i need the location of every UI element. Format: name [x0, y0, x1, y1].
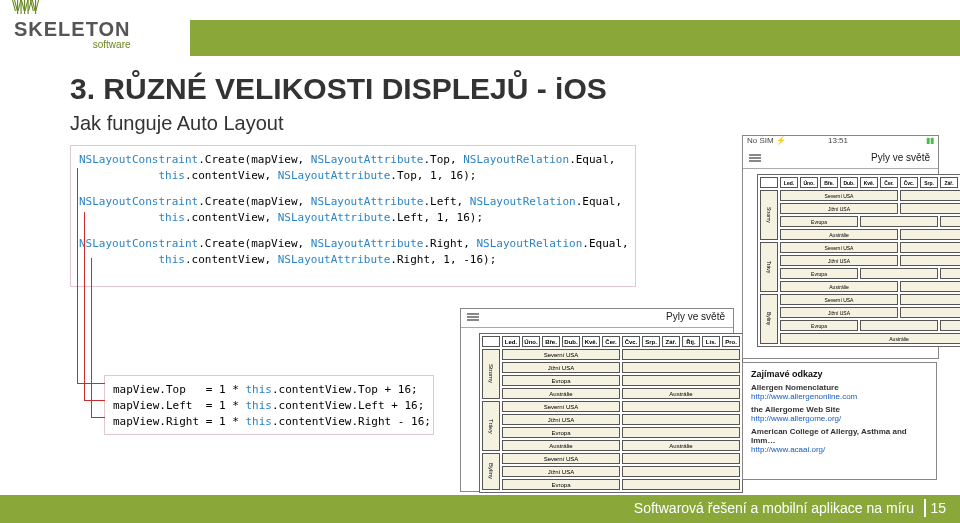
code-block-constraints: NSLayoutConstraint.Create(mapView, NSLay…	[70, 145, 636, 287]
menu-icon[interactable]	[467, 313, 479, 321]
arrow-line	[77, 168, 78, 383]
code-block-equations: mapView.Top = 1 * this.contentView.Top +…	[104, 375, 434, 435]
footer-divider	[924, 499, 926, 517]
link-title: American College of Allergy, Asthma and …	[751, 427, 928, 445]
pollen-table-wide: Led.Úno.Bře.Dub.Kvě.Čer.Čvc.Srp.Zář.Říj.…	[479, 333, 743, 493]
phone-header: Pyly ve světě	[461, 309, 733, 328]
logo: SKELETON software	[14, 18, 131, 50]
slide-title: 3. RŮZNÉ VELIKOSTI DISPLEJŮ - iOS	[70, 72, 607, 106]
phone-title: Pyly ve světě	[871, 152, 930, 163]
arrow-line	[91, 258, 92, 417]
footer: Softwarová řešení a mobilní aplikace na …	[0, 495, 960, 523]
arrow-line	[84, 212, 85, 400]
links-heading: Zajímavé odkazy	[751, 369, 928, 379]
battery-icon: ▮▮	[926, 136, 934, 145]
link-title: Allergen Nomenclature	[751, 383, 928, 392]
phone-header: Pyly ve světě	[743, 150, 938, 169]
footer-page: 15	[930, 500, 946, 516]
link-item[interactable]: Allergen Nomenclature http://www.allerge…	[751, 383, 928, 401]
slide-subtitle: Jak funguje Auto Layout	[70, 112, 284, 135]
logo-main: SKELETON	[14, 18, 131, 41]
link-url: http://www.acaai.org/	[751, 445, 928, 454]
phone-title: Pyly ve světě	[666, 311, 725, 322]
arrow-line	[91, 417, 105, 418]
phone-mock-narrow: No SIM ⚡ 13:51 ▮▮ Pyly ve světě Led.Úno.…	[742, 135, 939, 359]
status-sim: No SIM ⚡	[747, 136, 786, 145]
link-item[interactable]: the Allergome Web Site http://www.allerg…	[751, 405, 928, 423]
phone-mock-wide: Pyly ve světě Led.Úno.Bře.Dub.Kvě.Čer.Čv…	[460, 308, 734, 492]
menu-icon[interactable]	[749, 154, 761, 162]
link-url: http://www.allergome.org/	[751, 414, 928, 423]
link-title: the Allergome Web Site	[751, 405, 928, 414]
logo-decor: \\|/|\|/|/\\|/	[12, 0, 37, 14]
pollen-table-narrow: Led.Úno.Bře.Dub.Kvě.Čer.Čvc.Srp.Zář.Říj.…	[757, 174, 960, 347]
phone-statusbar: No SIM ⚡ 13:51 ▮▮	[743, 136, 938, 150]
link-url: http://www.allergenonline.com	[751, 392, 928, 401]
status-time: 13:51	[828, 136, 848, 145]
links-panel: Zajímavé odkazy Allergen Nomenclature ht…	[742, 362, 937, 480]
arrow-line	[84, 400, 105, 401]
footer-text: Softwarová řešení a mobilní aplikace na …	[634, 500, 914, 516]
link-item[interactable]: American College of Allergy, Asthma and …	[751, 427, 928, 454]
header: \\|/|\|/|/\\|/ SKELETON software	[0, 0, 960, 64]
header-bar	[190, 20, 960, 56]
